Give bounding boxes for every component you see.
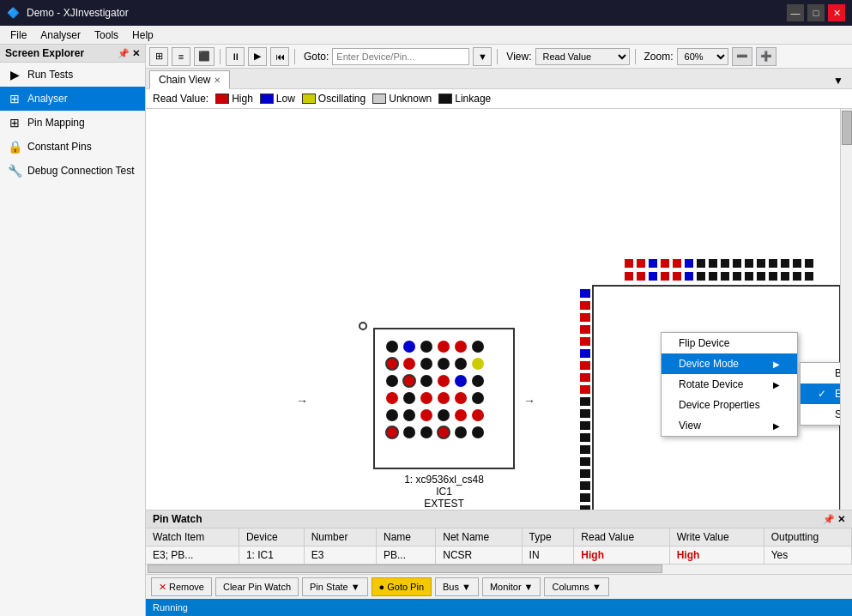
svg-point-2: [420, 341, 432, 353]
zoom-select[interactable]: 60%: [677, 48, 728, 65]
ctx-view[interactable]: View ▶: [662, 415, 797, 436]
svg-point-28: [455, 409, 467, 421]
device1-name: IC1: [373, 486, 515, 498]
zoom-label: Zoom:: [644, 51, 674, 63]
close-button[interactable]: ✕: [828, 4, 845, 21]
svg-point-13: [403, 375, 415, 387]
view-select[interactable]: Read Value: [535, 48, 630, 65]
svg-point-32: [420, 426, 432, 438]
device2-pins-top: [625, 259, 839, 268]
menu-file[interactable]: File: [3, 27, 33, 43]
analyser-label: Analyser: [27, 93, 68, 105]
chain-view-canvas[interactable]: →: [146, 109, 840, 510]
bypass-label: BYPASS: [835, 367, 840, 379]
device1-label: 1: xc9536xl_cs48 IC1 EXTEST: [373, 474, 515, 510]
toolbar-rewind-btn[interactable]: ⏮: [270, 47, 289, 66]
ctx-flip-device[interactable]: Flip Device: [662, 333, 797, 353]
menu-help[interactable]: Help: [125, 27, 160, 43]
device1-box[interactable]: [373, 328, 515, 469]
cell-read-value: High: [574, 547, 669, 565]
bus-label: Bus: [443, 582, 459, 592]
h-scrollbar-thumb[interactable]: [148, 565, 662, 573]
toolbar-btn-grid[interactable]: ⊞: [149, 47, 168, 66]
maximize-button[interactable]: □: [807, 4, 825, 21]
sidebar-item-constant-pins[interactable]: 🔒 Constant Pins: [0, 135, 145, 159]
toolbar-btn-dark[interactable]: ⬛: [194, 47, 215, 66]
submenu-bypass[interactable]: BYPASS: [801, 363, 840, 383]
cell-write-value: High: [669, 547, 764, 565]
vertical-scrollbar[interactable]: [840, 109, 852, 510]
sidebar-item-debug-connection-test[interactable]: 🔧 Debug Connection Test: [0, 159, 145, 183]
goto-pin-button[interactable]: ● Goto Pin: [372, 577, 432, 596]
submenu-sample[interactable]: SAMPLE: [801, 404, 840, 425]
goto-pin-label: Goto Pin: [387, 582, 424, 592]
title-bar: 🔷 Demo - XJInvestigator — □ ✕: [0, 0, 852, 26]
read-value-label: Read Value:: [153, 93, 208, 105]
ctx-rotate-label: Rotate Device: [679, 378, 743, 390]
sidebar-item-analyser[interactable]: ⊞ Analyser: [0, 87, 145, 111]
status-label: Running: [153, 602, 188, 613]
chain-view-tab-close[interactable]: ✕: [214, 75, 221, 85]
chain-view-tab[interactable]: Chain View ✕: [149, 70, 230, 89]
legend-oscillating-box: [302, 94, 316, 104]
cell-type: IN: [522, 547, 574, 565]
pin-state-button[interactable]: Pin State ▼: [302, 577, 368, 596]
clear-pin-watch-button[interactable]: Clear Pin Watch: [215, 577, 299, 596]
pin-watch-header: Pin Watch 📌 ✕: [146, 510, 852, 528]
ctx-device-mode[interactable]: Device Mode ▶: [662, 353, 797, 374]
legend-high-label: High: [232, 93, 253, 105]
panel-controls[interactable]: 📌 ✕: [118, 48, 140, 59]
columns-button[interactable]: Columns ▼: [544, 577, 608, 596]
debug-label: Debug Connection Test: [27, 165, 135, 177]
svg-point-16: [455, 375, 467, 387]
legend-high: High: [215, 93, 253, 105]
remove-label: Remove: [169, 582, 204, 592]
svg-point-23: [472, 392, 484, 404]
context-menu[interactable]: Flip Device Device Mode ▶ Rotate Device …: [661, 332, 798, 437]
left-panel-header: Screen Explorer 📌 ✕: [0, 45, 145, 63]
cell-device: 1: IC1: [239, 547, 304, 565]
monitor-button[interactable]: Monitor ▼: [482, 577, 541, 596]
minimize-button[interactable]: —: [787, 4, 804, 21]
vertical-scrollbar-thumb[interactable]: [842, 111, 852, 145]
svg-point-0: [386, 341, 398, 353]
arrow-between: →: [523, 394, 535, 408]
watch-horizontal-scrollbar[interactable]: [146, 564, 852, 574]
toolbar-pause-btn[interactable]: ⏸: [226, 47, 245, 66]
ctx-rotate-device[interactable]: Rotate Device ▶: [662, 374, 797, 395]
device1-pins-svg: [375, 329, 517, 471]
menu-analyser[interactable]: Analyser: [33, 27, 88, 43]
sidebar-item-pin-mapping[interactable]: ⊞ Pin Mapping: [0, 111, 145, 135]
toolbar-play-btn[interactable]: ▶: [248, 47, 267, 66]
toolbar-sep-4: [635, 49, 636, 64]
svg-point-24: [386, 409, 398, 421]
title-bar-controls[interactable]: — □ ✕: [787, 4, 845, 21]
sidebar-item-run-tests[interactable]: ▶ Run Tests: [0, 63, 145, 87]
right-content: ⊞ ≡ ⬛ ⏸ ▶ ⏮ Goto: ▼ View: Read Value Zoo…: [146, 45, 852, 616]
tdi-connector: [359, 322, 367, 330]
tab-options-btn[interactable]: ▼: [828, 73, 849, 88]
svg-point-5: [472, 341, 484, 353]
device2-pins-top2: [625, 272, 813, 281]
menu-tools[interactable]: Tools: [88, 27, 125, 43]
table-row[interactable]: E3; PB... 1: IC1 E3 PB... NCSR IN High H…: [146, 547, 852, 565]
zoom-out-btn[interactable]: ➖: [732, 47, 752, 66]
remove-button[interactable]: ✕ Remove: [151, 577, 212, 596]
legend-unknown: Unknown: [372, 93, 432, 105]
zoom-in-btn[interactable]: ➕: [756, 47, 776, 66]
goto-input[interactable]: [332, 48, 469, 65]
col-read-value: Read Value: [574, 528, 669, 547]
svg-point-27: [438, 409, 450, 421]
ctx-device-mode-arrow: ▶: [773, 359, 780, 369]
device-mode-submenu[interactable]: BYPASS ✓ EXTEST SAMPLE: [800, 362, 840, 426]
svg-point-33: [438, 426, 450, 438]
pin-state-arrow: ▼: [351, 582, 360, 592]
toolbar-btn-list[interactable]: ≡: [172, 47, 190, 66]
pin-watch-controls[interactable]: 📌 ✕: [823, 514, 845, 525]
bus-button[interactable]: Bus ▼: [435, 577, 479, 596]
extest-label: EXTEST: [835, 388, 840, 400]
ctx-device-properties[interactable]: Device Properties: [662, 395, 797, 415]
goto-dropdown[interactable]: ▼: [473, 47, 492, 66]
submenu-extest[interactable]: ✓ EXTEST: [801, 383, 840, 404]
pin-state-label: Pin State: [310, 582, 348, 592]
